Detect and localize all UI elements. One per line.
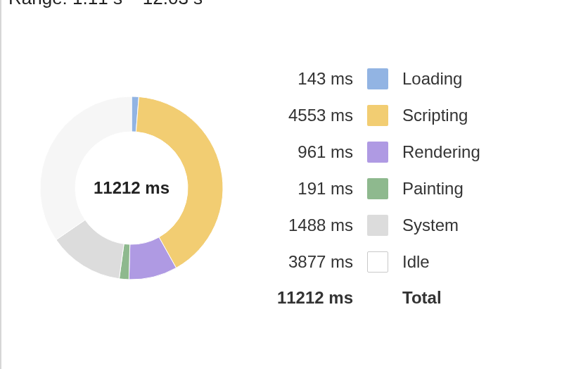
donut-slice: [40, 96, 132, 240]
legend-label: Scripting: [402, 97, 508, 134]
legend-table: 143 msLoading4553 msScripting961 msRende…: [262, 61, 508, 315]
legend-row: 1488 msSystem: [262, 207, 508, 244]
donut-chart: 11212 ms: [33, 89, 230, 287]
color-swatch: [367, 142, 388, 163]
range-header: Range: 1.11 s – 12.03 s: [1, 0, 588, 9]
legend-value: 143 ms: [262, 61, 367, 97]
legend-value: 4553 ms: [262, 97, 367, 134]
legend-label: Idle: [402, 244, 508, 280]
legend-value: 191 ms: [262, 170, 367, 207]
legend-total-label: Total: [402, 280, 508, 315]
legend-row: 143 msLoading: [262, 61, 508, 97]
legend-area: 143 msLoading4553 msScripting961 msRende…: [262, 61, 588, 315]
legend-value: 3877 ms: [262, 244, 367, 280]
color-swatch: [367, 68, 388, 89]
donut-chart-area: 11212 ms: [1, 89, 262, 287]
legend-value: 1488 ms: [262, 207, 367, 244]
color-swatch: [367, 215, 388, 236]
legend-row: 3877 msIdle: [262, 244, 508, 280]
legend-label: Loading: [402, 61, 508, 97]
donut-center-total: 11212 ms: [94, 178, 170, 198]
color-swatch: [367, 251, 388, 273]
legend-swatch-cell: [367, 244, 402, 280]
legend-label: Painting: [402, 170, 508, 207]
legend-value: 961 ms: [262, 134, 367, 170]
legend-total-value: 11212 ms: [262, 280, 367, 315]
legend-row: 4553 msScripting: [262, 97, 508, 134]
legend-total-row: 11212 msTotal: [262, 280, 508, 315]
legend-swatch-cell: [367, 207, 402, 244]
color-swatch: [367, 105, 388, 126]
legend-swatch-cell: [367, 134, 402, 170]
legend-row: 191 msPainting: [262, 170, 508, 207]
legend-label: Rendering: [402, 134, 508, 170]
legend-swatch-cell: [367, 170, 402, 207]
legend-row: 961 msRendering: [262, 134, 508, 170]
legend-swatch-cell: [367, 97, 402, 134]
legend-swatch-cell: [367, 61, 402, 97]
summary-container: 11212 ms 143 msLoading4553 msScripting96…: [1, 0, 588, 369]
legend-label: System: [402, 207, 508, 244]
legend-total-spacer: [367, 280, 402, 315]
color-swatch: [367, 178, 388, 199]
